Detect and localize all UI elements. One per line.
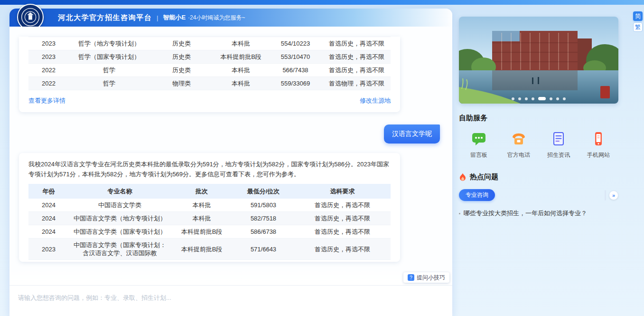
campus-photo	[459, 17, 618, 104]
cell-category: 物理类	[149, 77, 214, 90]
cell-requirement: 首选历史，再选不限	[294, 212, 391, 225]
cell-requirement: 首选历史，再选不限	[294, 225, 391, 239]
header-divider: |	[157, 14, 158, 21]
cell-year: 2023	[28, 50, 69, 64]
cell-year: 2023	[28, 239, 69, 260]
cell-major: 中国语言文学类（地方专项计划）	[69, 212, 171, 225]
cell-batch: 本科提前批B段	[214, 50, 268, 64]
table-row: 2023 哲学（国家专项计划） 历史类 本科提前批B段 553/10470 首选…	[28, 50, 391, 64]
service-message-board[interactable]: 留言板	[459, 130, 499, 159]
table-row: 2022 哲学 历史类 本科批 566/7438 首选历史，再选不限	[28, 64, 391, 77]
cell-year: 2022	[28, 64, 69, 77]
cell-batch: 本科批	[214, 64, 268, 77]
table-row: 2024 中国语言文学类 本科批 591/5803 首选历史，再选不限	[28, 199, 391, 212]
campus-photo-carousel	[459, 17, 618, 104]
cell-major: 中国语言文学类	[69, 199, 171, 212]
scroll-fade	[9, 267, 452, 285]
carousel-dot[interactable]	[512, 97, 514, 100]
carousel-dot[interactable]	[556, 97, 559, 100]
modify-origin-link[interactable]: 修改生源地	[360, 96, 391, 105]
carousel-dot[interactable]	[550, 97, 552, 100]
cell-year: 2022	[28, 77, 69, 90]
cell-requirement: 首选物理，再选不限	[323, 77, 391, 90]
tips-icon: ?	[408, 274, 414, 281]
cell-major: 哲学	[69, 64, 149, 77]
table-row: 2022 哲学 物理类 本科批 559/33069 首选物理，再选不限	[28, 77, 391, 90]
hot-topics-title: 热点问题	[470, 172, 498, 182]
chat-message-area[interactable]: 2023 哲学（地方专项计划） 历史类 本科批 554/10223 首选历史，再…	[9, 27, 452, 285]
carousel-dot[interactable]	[532, 97, 534, 100]
cell-batch: 本科提前批B段	[171, 239, 233, 260]
header-batch: 批次	[171, 184, 233, 199]
header-major: 专业名称	[69, 184, 171, 199]
chat-panel: 河北大学官方招生咨询平台 | 智能小E ·24小时竭诚为您服务~ 2023 哲学…	[9, 9, 452, 316]
cell-major: 中国语言文学类（国家专项计划）	[69, 225, 171, 239]
cell-score: 553/10470	[268, 50, 323, 64]
self-service-title: 自助服务	[459, 114, 618, 123]
cell-year: 2024	[28, 212, 69, 225]
service-mobile-site[interactable]: 手机网站	[579, 130, 618, 159]
user-message-bubble: 汉语言文学呢	[384, 124, 440, 144]
table-row: 2023 哲学（地方专项计划） 历史类 本科批 554/10223 首选历史，再…	[28, 37, 391, 50]
table-header-row: 年份 专业名称 批次 最低分/位次 选科要求	[28, 184, 391, 199]
mobile-icon	[590, 130, 607, 147]
cell-major: 哲学（国家专项计划）	[69, 50, 149, 64]
service-official-phone[interactable]: 官方电话	[499, 130, 539, 159]
hot-topic-tags-row: 专业咨询 »	[459, 189, 618, 201]
cell-requirement: 首选历史，再选不限	[323, 37, 391, 50]
hot-tag-major-consult[interactable]: 专业咨询	[459, 189, 495, 201]
service-label: 招生资讯	[539, 151, 579, 159]
table-row: 2024 中国语言文学类（国家专项计划） 本科提前批B段 586/6738 首选…	[28, 225, 391, 239]
service-label: 留言板	[459, 151, 499, 159]
header-year: 年份	[28, 184, 69, 199]
self-service-list: 留言板 官方电话 招生资讯	[459, 130, 618, 159]
cell-major: 哲学（地方专项计划）	[69, 37, 149, 50]
carousel-dot-active[interactable]	[538, 97, 546, 100]
header-requirement: 选科要求	[294, 184, 391, 199]
cell-score: 582/7518	[233, 212, 294, 225]
hot-question-text: 哪些专业按大类招生，一年后如何选择专业？	[464, 209, 587, 218]
panel-handle	[605, 190, 606, 201]
cell-category: 历史类	[149, 37, 214, 50]
service-label: 官方电话	[499, 151, 539, 159]
cell-score: 566/7438	[268, 64, 323, 77]
bot-message-history-card: 2023 哲学（地方专项计划） 历史类 本科批 554/10223 首选历史，再…	[19, 37, 400, 112]
service-admission-news[interactable]: 招生资讯	[539, 130, 579, 159]
view-more-link[interactable]: 查看更多详情	[28, 96, 65, 105]
hot-question-item[interactable]: 哪些专业按大类招生，一年后如何选择专业？	[459, 209, 618, 218]
table-row: 2024 中国语言文学类（地方专项计划） 本科批 582/7518 首选历史，再…	[28, 212, 391, 225]
hot-tags-controls: »	[605, 190, 618, 201]
header-score: 最低分/位次	[233, 184, 294, 199]
carousel-dot[interactable]	[525, 97, 528, 100]
table-footer-links: 查看更多详情 修改生源地	[19, 90, 400, 112]
phone-icon	[510, 130, 527, 147]
simplified-chinese-button[interactable]: 简	[633, 11, 643, 21]
cell-requirement: 首选历史，再选不限	[323, 64, 391, 77]
hot-topics-header: 热点问题	[459, 172, 618, 182]
cell-major: 哲学	[69, 77, 149, 90]
page-title: 河北大学官方招生咨询平台	[58, 13, 152, 22]
cell-category: 历史类	[149, 50, 214, 64]
composer-bar: ? 提问小技巧	[9, 285, 452, 316]
cell-batch: 本科提前批B段	[171, 225, 233, 239]
cell-major: 中国语言文学类（国家专项计划：含汉语言文学、汉语国际教	[69, 239, 171, 260]
bot-name: 智能小E	[163, 13, 186, 22]
carousel-dot[interactable]	[563, 97, 566, 100]
bullet-dot	[459, 213, 460, 214]
bot-answer-text: 我校2024年汉语言文学专业在河北历史类本科批的最低录取分为591分，地方专项计…	[28, 159, 391, 179]
cell-year: 2024	[28, 199, 69, 212]
header-tagline: ·24小时竭诚为您服务~	[188, 14, 245, 22]
carousel-dot[interactable]	[518, 97, 521, 100]
message-board-icon	[470, 130, 487, 147]
cell-batch: 本科批	[214, 37, 268, 50]
traditional-chinese-button[interactable]: 繁	[633, 22, 643, 32]
cell-score: 559/33069	[268, 77, 323, 90]
question-tips-button[interactable]: ? 提问小技巧	[403, 272, 449, 283]
cell-year: 2024	[28, 225, 69, 239]
chevron-right-icon[interactable]: »	[609, 191, 618, 200]
cell-category: 历史类	[149, 64, 214, 77]
chat-input[interactable]	[9, 286, 452, 316]
chat-header: 河北大学官方招生咨询平台 | 智能小E ·24小时竭诚为您服务~	[9, 9, 452, 27]
cell-batch: 本科批	[171, 199, 233, 212]
tips-label: 提问小技巧	[417, 274, 445, 282]
